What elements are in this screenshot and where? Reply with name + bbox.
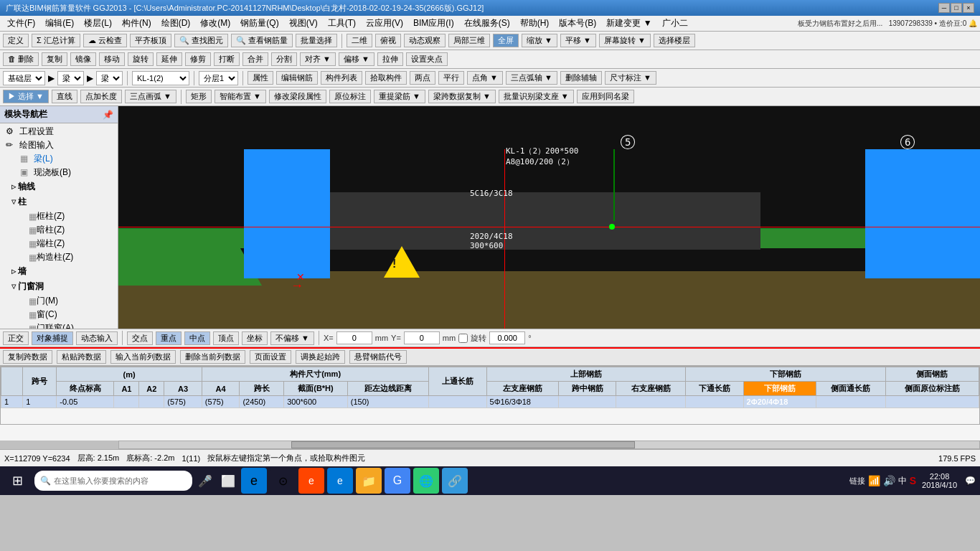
start-button[interactable]: ⊞ [3,468,32,494]
btn-stretch[interactable]: 拉伸 [377,52,403,66]
btn-dimension[interactable]: 尺寸标注 ▼ [605,71,656,85]
close-button[interactable]: × [963,3,974,13]
btn-offset[interactable]: 偏移 ▼ [339,52,374,66]
sidebar-item-hidcol[interactable]: ▦ 暗柱(Z) [9,223,115,237]
menu-draw[interactable]: 绘图(D) [157,16,195,31]
btn-complist[interactable]: 构件列表 [321,71,362,85]
taskview-button[interactable]: ⬜ [218,471,238,491]
btn-nooffset[interactable]: 不偏移 ▼ [270,331,314,345]
y-input[interactable] [404,331,440,344]
rotate-input[interactable] [489,331,525,344]
td-endheight[interactable]: -0.05 [57,396,114,408]
td-botrebar[interactable]: 2Φ20/4Φ18 [743,396,816,408]
sidebar-group-opening[interactable]: ▽ 门窗洞 [9,279,115,294]
btn-parallel[interactable]: 平行 [438,71,464,85]
td-a1[interactable] [114,396,139,408]
btn-partial3d[interactable]: 局部三维 [448,34,490,47]
menu-bim[interactable]: BIM应用(I) [409,16,458,31]
btn-batchsel[interactable]: 批量选择 [296,34,337,47]
sidebar-item-door[interactable]: ▦ 门(M) [9,294,115,308]
sidebar-item-projsettings[interactable]: ⚙ 工程设置 [3,125,115,138]
btn-calculate[interactable]: Σ 汇总计算 [32,34,80,47]
td-topthr[interactable] [429,396,486,408]
taskbar-app4[interactable]: e [327,468,353,494]
rotate-checkbox[interactable] [458,334,468,343]
btn-move[interactable]: 移动 [99,52,125,66]
btn-snapobj[interactable]: 对象捕捉 [32,331,73,345]
taskbar-app5[interactable]: 📁 [356,468,382,494]
btn-copyspan[interactable]: 复制跨数据 [3,350,52,364]
td-leftseat[interactable]: 5Φ16/3Φ18 [486,396,558,408]
td-mid[interactable] [559,396,616,408]
elem-type-select[interactable]: 梁 [57,71,84,85]
btn-threepoint[interactable]: 三点弧轴 ▼ [506,71,557,85]
taskbar-app8[interactable]: 🔗 [442,468,468,494]
btn-delete[interactable]: 🗑 删除 [3,52,39,66]
mic-icon[interactable]: 🎤 [195,471,215,491]
btn-applysame[interactable]: 应用到同名梁 [577,90,634,103]
menu-guangxiao[interactable]: 广小二 [658,16,692,31]
td-rightseat[interactable] [616,396,686,408]
td-a2[interactable] [139,396,164,408]
btn-pastespan[interactable]: 粘贴跨数据 [57,350,106,364]
btn-dynobs[interactable]: 动态观察 [404,34,446,47]
btn-coord[interactable]: 坐标 [242,331,268,345]
btn-pointlength[interactable]: 点加长度 [80,90,122,103]
btn-repickbeam[interactable]: 重提梁筋 ▼ [374,90,425,103]
btn-dyninput[interactable]: 动态输入 [76,331,118,345]
hscroll-thumb[interactable] [291,441,636,448]
btn-vertex[interactable]: 顶点 [213,331,239,345]
sidebar-item-drawinput[interactable]: ✏ 绘图输入 [3,138,115,152]
btn-selectfloor[interactable]: 选择楼层 [654,34,695,47]
btn-merge[interactable]: 合并 [242,52,268,66]
btn-findelem[interactable]: 🔍 查找图元 [174,34,228,47]
menu-modify[interactable]: 修改(M) [196,16,235,31]
menu-file[interactable]: 文件(F) [3,16,39,31]
btn-cloudcheck[interactable]: ☁ 云检查 [83,34,127,47]
td-a3[interactable]: (575) [164,396,202,408]
btn-spandata[interactable]: 梁跨数据复制 ▼ [428,90,496,103]
menu-newchange[interactable]: 新建变更 ▼ [602,16,656,31]
btn-intersect[interactable]: 交点 [127,331,153,345]
base-layer-select[interactable]: 基础层 [3,71,45,85]
menu-cloud[interactable]: 云应用(V) [362,16,407,31]
sidebar-group-axis[interactable]: ▷ 轴线 [9,179,115,194]
btn-batchidseat[interactable]: 批量识别梁支座 ▼ [499,90,574,103]
btn-levelboard[interactable]: 平齐板顶 [130,34,171,47]
menu-floor[interactable]: 楼层(L) [80,16,116,31]
taskbar-app6[interactable]: G [385,468,410,494]
btn-rotate[interactable]: 旋转 [128,52,154,66]
sidebar-item-slab[interactable]: ▣ 现浇板(B) [9,166,115,179]
btn-align[interactable]: 对齐 ▼ [300,52,336,66]
sublayer-select[interactable]: 分层1 [199,71,238,85]
btn-mirror[interactable]: 镜像 [70,52,96,66]
menu-help[interactable]: 帮助(H) [516,16,554,31]
btn-define[interactable]: 定义 [3,34,29,47]
sidebar-pin-icon[interactable]: 📌 [103,110,113,120]
btn-modifyspan[interactable]: 修改梁段属性 [269,90,326,103]
sidebar-group-column[interactable]: ▽ 柱 [9,194,115,209]
btn-copy[interactable]: 复制 [42,52,67,66]
td-sideorig[interactable] [885,396,979,408]
taskbar-app2[interactable]: ⊙ [270,468,296,494]
btn-zoom[interactable]: 缩放 ▼ [522,34,557,47]
btn-screenrot[interactable]: 屏幕旋转 ▼ [599,34,651,47]
menu-online[interactable]: 在线服务(S) [460,16,514,31]
btn-ortho[interactable]: 正交 [3,331,29,345]
td-spanlen[interactable]: (2450) [240,396,284,408]
sidebar-item-doorwin[interactable]: ▦ 门联窗(A) [9,321,115,329]
btn-fullscreen[interactable]: 全屏 [493,34,519,47]
sidebar-item-constrcol[interactable]: ▦ 构造柱(Z) [9,250,115,264]
menu-component[interactable]: 构件(N) [118,16,156,31]
sidebar-item-window[interactable]: ▦ 窗(C) [9,308,115,321]
btn-break[interactable]: 打断 [214,52,240,66]
x-input[interactable] [336,331,372,344]
sidebar-item-endcol[interactable]: ▦ 端柱(Z) [9,237,115,250]
data-table-container[interactable]: 跨号 (m) 构件尺寸(mm) 上通长筋 上部钢筋 下部钢筋 侧面钢筋 终点标高… [0,366,980,425]
btn-twopoint[interactable]: 两点 [410,71,435,85]
menu-rebar[interactable]: 钢筋量(Q) [236,16,283,31]
btn-viewrebar[interactable]: 🔍 查看钢筋量 [231,34,293,47]
btn-center[interactable]: 中点 [184,331,210,345]
taskbar-app7[interactable]: 🌐 [413,468,439,494]
td-a4[interactable]: (575) [202,396,240,408]
